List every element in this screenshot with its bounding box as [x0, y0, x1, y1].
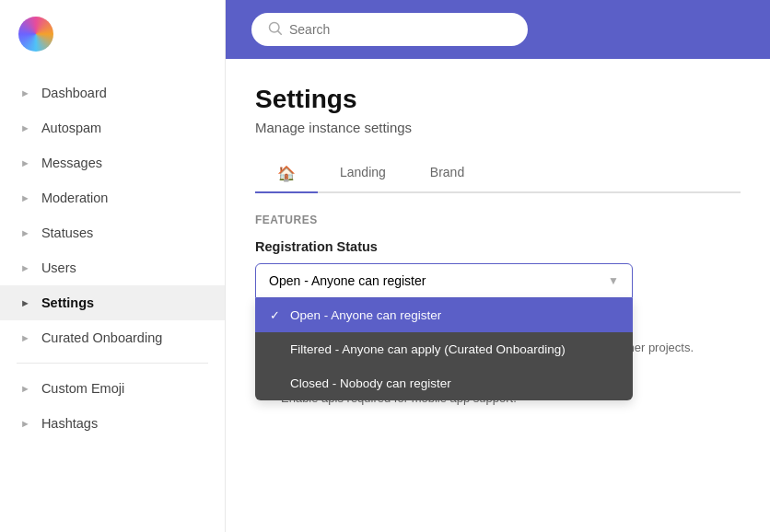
- sidebar-item-label: Messages: [41, 156, 102, 170]
- dropdown-option-open[interactable]: ✓ Open - Anyone can register: [255, 298, 633, 332]
- search-box[interactable]: [251, 13, 528, 46]
- sidebar-item-hashtags[interactable]: ► Hashtags: [0, 406, 225, 441]
- sidebar: ► Dashboard ► Autospam ► Messages ► Mode…: [0, 0, 226, 532]
- option-label: Closed - Nobody can register: [290, 376, 451, 390]
- chevron-right-icon: ►: [20, 418, 30, 429]
- sidebar-item-label: Moderation: [41, 191, 109, 205]
- tab-label: Brand: [430, 165, 464, 179]
- chevron-right-icon: ►: [20, 383, 30, 394]
- tab-label: Landing: [340, 165, 386, 179]
- sidebar-item-label: Statuses: [41, 226, 93, 240]
- registration-status-label: Registration Status: [255, 239, 741, 254]
- sidebar-item-custom-emoji[interactable]: ► Custom Emoji: [0, 371, 225, 406]
- chevron-right-icon: ►: [20, 87, 30, 98]
- logo-area: [0, 0, 225, 68]
- sidebar-nav: ► Dashboard ► Autospam ► Messages ► Mode…: [0, 68, 225, 532]
- sidebar-item-dashboard[interactable]: ► Dashboard: [0, 75, 225, 110]
- dropdown-menu: ✓ Open - Anyone can register Filtered - …: [255, 298, 633, 400]
- sidebar-item-label: Users: [41, 260, 76, 275]
- chevron-down-icon: ▼: [608, 274, 619, 287]
- registration-status-dropdown[interactable]: Open - Anyone can register ▼ ✓ Open - An…: [255, 263, 633, 298]
- sidebar-item-users[interactable]: ► Users: [0, 250, 225, 285]
- main-area: Settings Manage instance settings 🏠 Land…: [226, 0, 770, 532]
- sidebar-item-autospam[interactable]: ► Autospam: [0, 110, 225, 145]
- sidebar-item-label: Settings: [41, 295, 94, 310]
- chevron-right-icon: ►: [20, 227, 30, 238]
- option-label: Filtered - Anyone can apply (Curated Onb…: [290, 342, 566, 356]
- svg-line-1: [278, 31, 281, 34]
- sidebar-item-curated-onboarding[interactable]: ► Curated Onboarding: [0, 320, 225, 355]
- app-logo: [18, 17, 53, 52]
- chevron-right-icon: ►: [20, 262, 30, 273]
- sidebar-item-label: Dashboard: [41, 86, 107, 100]
- sidebar-item-label: Autospam: [41, 121, 101, 135]
- sidebar-item-label: Curated Onboarding: [41, 330, 162, 345]
- sidebar-divider: [17, 363, 208, 364]
- dropdown-option-closed[interactable]: Closed - Nobody can register: [255, 366, 633, 400]
- page-subtitle: Manage instance settings: [255, 120, 741, 135]
- chevron-right-icon: ►: [20, 192, 30, 203]
- tab-home[interactable]: 🏠: [255, 156, 318, 193]
- tab-brand[interactable]: Brand: [408, 156, 486, 193]
- home-icon: 🏠: [277, 166, 296, 181]
- topbar: [226, 0, 770, 59]
- settings-tabs: 🏠 Landing Brand: [255, 156, 741, 193]
- chevron-right-icon: ►: [20, 122, 30, 133]
- tab-landing[interactable]: Landing: [318, 156, 408, 193]
- checkmark-icon: ✓: [270, 308, 283, 322]
- sidebar-item-moderation[interactable]: ► Moderation: [0, 180, 225, 215]
- page-title: Settings: [255, 85, 741, 114]
- sidebar-item-statuses[interactable]: ► Statuses: [0, 215, 225, 250]
- settings-content: Settings Manage instance settings 🏠 Land…: [226, 59, 770, 532]
- search-input[interactable]: [289, 22, 511, 37]
- dropdown-selected-value: Open - Anyone can register: [269, 273, 426, 288]
- chevron-right-icon: ►: [20, 332, 30, 343]
- sidebar-item-settings[interactable]: ► Settings: [0, 285, 225, 320]
- sidebar-item-label: Hashtags: [41, 416, 98, 431]
- search-icon: [268, 21, 282, 38]
- sidebar-item-label: Custom Emoji: [41, 381, 124, 396]
- chevron-right-icon: ►: [20, 297, 30, 308]
- option-label: Open - Anyone can register: [290, 308, 441, 322]
- dropdown-trigger[interactable]: Open - Anyone can register ▼: [255, 263, 633, 298]
- sidebar-item-messages[interactable]: ► Messages: [0, 145, 225, 180]
- dropdown-option-filtered[interactable]: Filtered - Anyone can apply (Curated Onb…: [255, 332, 633, 366]
- features-section-label: Features: [255, 214, 741, 226]
- chevron-right-icon: ►: [20, 157, 30, 168]
